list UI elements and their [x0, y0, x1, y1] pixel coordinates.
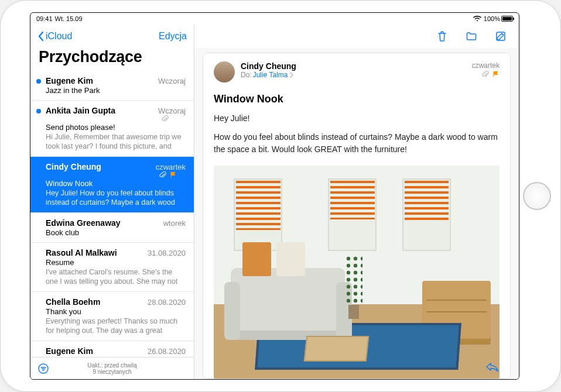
mail-item[interactable]: Ankita Jain GuptaWczorajSend photos plea… — [30, 101, 194, 157]
back-button[interactable]: iCloud — [37, 31, 72, 42]
mail-item-date: Wczoraj — [158, 77, 186, 85]
edit-button[interactable]: Edycja — [159, 31, 187, 42]
mail-item-date: wtorek — [163, 219, 186, 228]
mail-item-sender: Edwina Greenaway — [46, 218, 121, 228]
to-label: Do: — [241, 71, 252, 79]
trash-button[interactable] — [436, 30, 449, 43]
message-toolbar — [194, 25, 519, 48]
mail-item[interactable]: Eugene Kim26.08.2020Running articleHello… — [30, 341, 194, 357]
mail-item[interactable]: Edwina GreenawaywtorekBook club — [30, 213, 194, 243]
mail-item-subject: Book club — [46, 228, 186, 237]
mail-list[interactable]: Eugene KimWczorajJazz in the ParkAnkita … — [30, 71, 194, 357]
mail-item-sender: Eugene Kim — [46, 346, 93, 356]
message-text: Hey Julie! How do you feel about blinds … — [214, 112, 500, 162]
avatar[interactable] — [214, 61, 235, 82]
attachment-icon — [162, 115, 169, 122]
battery-percent: 100% — [484, 15, 500, 22]
mailbox-sidebar: iCloud Edycja Przychodzące Eugene KimWcz… — [30, 25, 194, 379]
mail-item-preview: Hi Julie, Remember that awesome trip we … — [46, 132, 186, 151]
mail-item-preview: Everything was perfect! Thanks so much f… — [46, 317, 186, 335]
attachment-icon — [482, 71, 489, 78]
message-pane: Cindy Cheung Do: Julie Talma czwartek — [194, 25, 519, 379]
mail-item-date: 26.08.2020 — [148, 347, 186, 356]
svg-rect-1 — [497, 32, 505, 40]
mail-item-sender: Rasoul Al Malkawi — [46, 248, 117, 257]
mailbox-title: Przychodzące — [30, 48, 194, 71]
mail-item[interactable]: Eugene KimWczorajJazz in the Park — [30, 71, 194, 101]
mail-item[interactable]: Chella Boehm28.08.2020Thank youEverythin… — [30, 292, 194, 341]
unread-dot-icon — [36, 79, 41, 84]
flag-icon — [170, 171, 177, 178]
screen: 09:41 Wt. 15.09 100% — [30, 12, 519, 380]
status-date: Wt. 15.09 — [55, 15, 83, 22]
mail-item-date: Wczoraj — [158, 106, 186, 122]
message-attachment-image[interactable] — [214, 166, 500, 379]
mail-item-subject: Resume — [46, 258, 186, 267]
app-content: iCloud Edycja Przychodzące Eugene KimWcz… — [30, 25, 519, 379]
attachment-icon — [159, 171, 166, 178]
status-time: 09:41 — [36, 15, 53, 22]
mail-item-date: 28.08.2020 — [148, 298, 186, 307]
mail-item[interactable]: Rasoul Al Malkawi31.08.2020ResumeI've at… — [30, 243, 194, 292]
sidebar-footer: Uakt.: przed chwilą 9 nieczytanych — [30, 357, 194, 379]
to-name: Julie Talma — [253, 71, 288, 79]
message-paragraph: How do you feel about blinds instead of … — [214, 131, 500, 155]
flag-icon — [492, 71, 500, 78]
message-date: czwartek — [472, 61, 500, 70]
mail-item-date: 31.08.2020 — [148, 249, 186, 257]
mail-item[interactable]: Cindy CheungczwartekWindow NookHey Julie… — [30, 157, 194, 213]
mail-item-sender: Ankita Jain Gupta — [46, 106, 115, 115]
unread-dot-icon — [36, 109, 41, 114]
ipad-frame: 09:41 Wt. 15.09 100% — [0, 0, 561, 392]
message-paragraph: Hey Julie! — [214, 112, 500, 124]
battery-indicator: 100% — [484, 15, 513, 22]
back-label: iCloud — [46, 31, 72, 42]
footer-unread-count: 9 nieczytanych — [93, 369, 131, 375]
compose-button[interactable] — [494, 30, 507, 43]
mail-item-subject: Thank you — [46, 307, 186, 316]
message-to[interactable]: Do: Julie Talma — [241, 71, 466, 79]
footer-updated: Uakt.: przed chwilą — [87, 362, 136, 369]
message-from[interactable]: Cindy Cheung — [241, 61, 466, 71]
mail-item-preview: Hey Julie! How do you feel about blinds … — [46, 188, 186, 207]
mail-item-sender: Chella Boehm — [46, 297, 100, 307]
mail-item-subject: Send photos please! — [46, 123, 186, 132]
message-subject: Window Nook — [214, 93, 500, 105]
chevron-right-icon — [289, 72, 294, 78]
wifi-icon — [473, 16, 481, 22]
chevron-left-icon — [37, 31, 45, 42]
status-bar: 09:41 Wt. 15.09 100% — [30, 13, 519, 25]
mail-item-preview: I've attached Carol's resume. She's the … — [46, 267, 186, 286]
mail-item-sender: Cindy Cheung — [46, 162, 101, 171]
mail-item-subject: Window Nook — [46, 179, 186, 188]
reply-button[interactable] — [485, 361, 500, 373]
filter-icon[interactable] — [37, 363, 49, 374]
mail-item-sender: Eugene Kim — [46, 76, 93, 85]
move-button[interactable] — [465, 30, 478, 43]
home-button[interactable] — [523, 182, 551, 210]
message-body: Cindy Cheung Do: Julie Talma czwartek — [203, 53, 511, 379]
mail-item-subject: Jazz in the Park — [46, 86, 186, 95]
mail-item-date: czwartek — [156, 163, 186, 178]
